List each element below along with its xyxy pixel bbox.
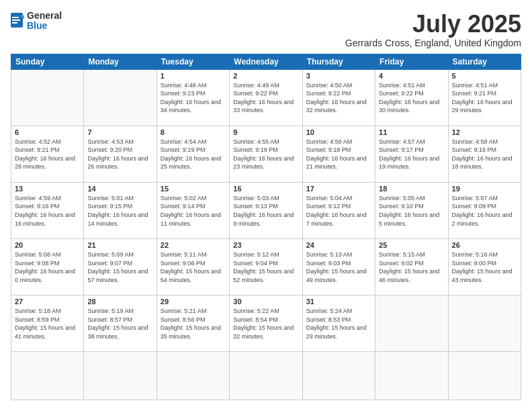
svg-rect-2: [12, 17, 19, 18]
day-info: Sunrise: 4:52 AM Sunset: 9:21 PM Dayligh…: [15, 138, 80, 171]
day-number: 7: [87, 128, 152, 136]
calendar-row: [11, 352, 521, 400]
day-number: 22: [161, 241, 226, 249]
calendar-row: 20 Sunrise: 5:08 AM Sunset: 9:08 PM Dayl…: [11, 238, 521, 295]
empty-cell: [84, 352, 157, 400]
empty-cell: [11, 352, 84, 400]
day-number: 25: [379, 241, 444, 249]
day-number: 29: [161, 298, 226, 306]
day-number: 21: [87, 241, 152, 249]
day-cell-7: 7 Sunrise: 4:53 AM Sunset: 9:20 PM Dayli…: [84, 126, 157, 182]
day-info: Sunrise: 4:58 AM Sunset: 9:16 PM Dayligh…: [452, 138, 517, 171]
day-cell-17: 17 Sunrise: 5:04 AM Sunset: 9:12 PM Dayl…: [302, 182, 375, 238]
empty-cell: [84, 69, 157, 126]
day-number: 11: [379, 128, 444, 136]
day-cell-26: 26 Sunrise: 5:16 AM Sunset: 9:00 PM Dayl…: [448, 238, 521, 295]
day-number: 31: [306, 298, 371, 306]
day-number: 10: [306, 128, 371, 136]
empty-cell: [157, 352, 229, 400]
header-friday: Friday: [375, 54, 448, 69]
day-info: Sunrise: 5:22 AM Sunset: 8:54 PM Dayligh…: [233, 307, 298, 340]
day-cell-25: 25 Sunrise: 5:15 AM Sunset: 9:02 PM Dayl…: [375, 238, 448, 295]
day-number: 15: [161, 185, 226, 193]
day-number: 3: [306, 72, 371, 80]
day-cell-13: 13 Sunrise: 4:59 AM Sunset: 9:16 PM Dayl…: [11, 182, 84, 238]
day-number: 30: [233, 298, 298, 306]
logo-blue: Blue: [27, 21, 62, 31]
day-info: Sunrise: 4:51 AM Sunset: 9:22 PM Dayligh…: [379, 81, 444, 115]
day-info: Sunrise: 5:09 AM Sunset: 9:07 PM Dayligh…: [87, 250, 152, 284]
day-number: 16: [233, 185, 298, 193]
empty-cell: [448, 352, 521, 400]
day-cell-1: 1 Sunrise: 4:48 AM Sunset: 9:23 PM Dayli…: [157, 69, 229, 126]
day-info: Sunrise: 5:12 AM Sunset: 9:04 PM Dayligh…: [233, 250, 298, 284]
day-cell-4: 4 Sunrise: 4:51 AM Sunset: 9:22 PM Dayli…: [375, 69, 448, 126]
day-number: 24: [306, 241, 371, 249]
day-info: Sunrise: 4:59 AM Sunset: 9:16 PM Dayligh…: [15, 194, 80, 228]
day-cell-27: 27 Sunrise: 5:18 AM Sunset: 8:59 PM Dayl…: [11, 295, 84, 352]
day-number: 17: [306, 185, 371, 193]
day-number: 26: [452, 241, 517, 249]
day-number: 5: [452, 72, 517, 80]
header: General Blue July 2025 Gerrards Cross, E…: [11, 11, 521, 48]
logo-icon: [11, 13, 24, 29]
day-number: 13: [15, 185, 80, 193]
day-info: Sunrise: 5:08 AM Sunset: 9:08 PM Dayligh…: [15, 250, 80, 284]
day-number: 27: [15, 298, 80, 306]
day-cell-5: 5 Sunrise: 4:51 AM Sunset: 9:21 PM Dayli…: [448, 69, 521, 126]
day-number: 6: [15, 128, 80, 136]
day-info: Sunrise: 5:13 AM Sunset: 9:03 PM Dayligh…: [306, 250, 371, 284]
day-info: Sunrise: 5:04 AM Sunset: 9:12 PM Dayligh…: [306, 194, 371, 228]
empty-cell: [11, 69, 84, 126]
header-tuesday: Tuesday: [157, 54, 229, 69]
calendar: Sunday Monday Tuesday Wednesday Thursday…: [11, 54, 521, 400]
day-info: Sunrise: 4:48 AM Sunset: 9:23 PM Dayligh…: [161, 81, 226, 115]
day-info: Sunrise: 4:56 AM Sunset: 9:18 PM Dayligh…: [306, 138, 371, 171]
header-thursday: Thursday: [302, 54, 375, 69]
day-number: 12: [452, 128, 517, 136]
day-info: Sunrise: 5:19 AM Sunset: 8:57 PM Dayligh…: [87, 307, 152, 340]
empty-cell: [302, 352, 375, 400]
day-cell-10: 10 Sunrise: 4:56 AM Sunset: 9:18 PM Dayl…: [302, 126, 375, 182]
day-number: 1: [161, 72, 226, 80]
day-cell-9: 9 Sunrise: 4:55 AM Sunset: 9:19 PM Dayli…: [230, 126, 302, 182]
weekday-header-row: Sunday Monday Tuesday Wednesday Thursday…: [11, 54, 521, 69]
day-cell-24: 24 Sunrise: 5:13 AM Sunset: 9:03 PM Dayl…: [302, 238, 375, 295]
day-cell-8: 8 Sunrise: 4:54 AM Sunset: 9:19 PM Dayli…: [157, 126, 229, 182]
day-cell-19: 19 Sunrise: 5:07 AM Sunset: 9:09 PM Dayl…: [448, 182, 521, 238]
day-number: 2: [233, 72, 298, 80]
empty-cell: [375, 295, 448, 352]
day-cell-23: 23 Sunrise: 5:12 AM Sunset: 9:04 PM Dayl…: [230, 238, 302, 295]
day-cell-21: 21 Sunrise: 5:09 AM Sunset: 9:07 PM Dayl…: [84, 238, 157, 295]
day-info: Sunrise: 5:01 AM Sunset: 9:15 PM Dayligh…: [87, 194, 152, 228]
day-info: Sunrise: 5:15 AM Sunset: 9:02 PM Dayligh…: [379, 250, 444, 284]
day-number: 23: [233, 241, 298, 249]
day-number: 14: [87, 185, 152, 193]
day-cell-30: 30 Sunrise: 5:22 AM Sunset: 8:54 PM Dayl…: [230, 295, 302, 352]
day-number: 18: [379, 185, 444, 193]
day-cell-28: 28 Sunrise: 5:19 AM Sunset: 8:57 PM Dayl…: [84, 295, 157, 352]
day-cell-11: 11 Sunrise: 4:57 AM Sunset: 9:17 PM Dayl…: [375, 126, 448, 182]
day-info: Sunrise: 5:16 AM Sunset: 9:00 PM Dayligh…: [452, 250, 517, 284]
day-number: 20: [15, 241, 80, 249]
day-cell-16: 16 Sunrise: 5:03 AM Sunset: 9:13 PM Dayl…: [230, 182, 302, 238]
day-cell-2: 2 Sunrise: 4:49 AM Sunset: 9:22 PM Dayli…: [230, 69, 302, 126]
day-number: 19: [452, 185, 517, 193]
day-info: Sunrise: 4:50 AM Sunset: 9:22 PM Dayligh…: [306, 81, 371, 115]
day-cell-6: 6 Sunrise: 4:52 AM Sunset: 9:21 PM Dayli…: [11, 126, 84, 182]
calendar-row: 13 Sunrise: 4:59 AM Sunset: 9:16 PM Dayl…: [11, 182, 521, 238]
empty-cell: [375, 352, 448, 400]
day-number: 4: [379, 72, 444, 80]
day-info: Sunrise: 5:24 AM Sunset: 8:53 PM Dayligh…: [306, 307, 371, 340]
location: Gerrards Cross, England, United Kingdom: [345, 38, 521, 48]
day-info: Sunrise: 5:11 AM Sunset: 9:06 PM Dayligh…: [161, 250, 226, 284]
day-cell-29: 29 Sunrise: 5:21 AM Sunset: 8:56 PM Dayl…: [157, 295, 229, 352]
day-info: Sunrise: 4:57 AM Sunset: 9:17 PM Dayligh…: [379, 138, 444, 171]
header-monday: Monday: [84, 54, 157, 69]
empty-cell: [448, 295, 521, 352]
logo: General Blue: [11, 11, 62, 32]
day-info: Sunrise: 5:03 AM Sunset: 9:13 PM Dayligh…: [233, 194, 298, 228]
day-info: Sunrise: 5:18 AM Sunset: 8:59 PM Dayligh…: [15, 307, 80, 340]
month-title: July 2025: [345, 11, 521, 38]
day-cell-12: 12 Sunrise: 4:58 AM Sunset: 9:16 PM Dayl…: [448, 126, 521, 182]
